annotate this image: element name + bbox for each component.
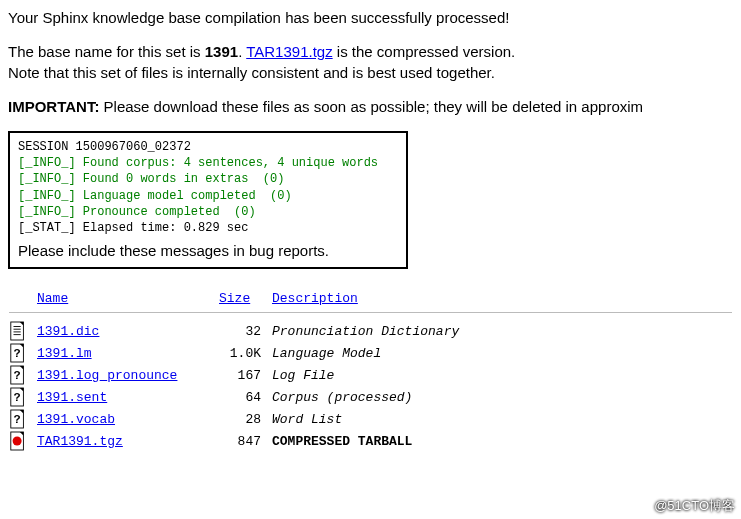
unknown-file-icon: ? <box>9 365 27 385</box>
file-link[interactable]: 1391.lm <box>37 346 92 361</box>
file-size: 1.0K <box>218 342 271 364</box>
file-link[interactable]: 1391.log_pronounce <box>37 368 177 383</box>
table-row: ?1391.sent64Corpus (processed) <box>8 386 733 408</box>
file-table: Name Size Description <box>8 287 733 320</box>
log-info-line: [_INFO_] Found corpus: 4 sentences, 4 un… <box>18 155 398 171</box>
file-size: 64 <box>218 386 271 408</box>
log-stat-line: [_STAT_] Elapsed time: 0.829 sec <box>18 220 398 236</box>
log-info-line: [_INFO_] Language model completed (0) <box>18 188 398 204</box>
file-description: Language Model <box>271 342 733 364</box>
important-text: Please download these files as soon as p… <box>99 98 643 115</box>
file-description: Pronunciation Dictionary <box>271 320 733 342</box>
file-description: Corpus (processed) <box>271 386 733 408</box>
base-name: 1391 <box>205 43 238 60</box>
important-line: IMPORTANT: Please download these files a… <box>8 97 733 117</box>
file-size: 32 <box>218 320 271 342</box>
tar-file-icon <box>9 431 27 451</box>
svg-text:?: ? <box>14 413 21 426</box>
table-row: 1391.dic32Pronunciation Dictionary <box>8 320 733 342</box>
consistency-note: Note that this set of files is internall… <box>8 64 495 81</box>
file-rows: 1391.dic32Pronunciation Dictionary?1391.… <box>8 320 733 452</box>
log-info-line: [_INFO_] Pronounce completed (0) <box>18 204 398 220</box>
base-period: . <box>238 43 246 60</box>
log-info-line: [_INFO_] Found 0 words in extras (0) <box>18 171 398 187</box>
header-name[interactable]: Name <box>37 291 68 306</box>
unknown-file-icon: ? <box>9 387 27 407</box>
text-file-icon <box>9 321 27 341</box>
svg-point-20 <box>13 437 22 446</box>
base-name-line: The base name for this set is 1391. TAR1… <box>8 42 733 83</box>
table-header-row: Name Size Description <box>8 287 733 307</box>
table-row: ?1391.log_pronounce167Log File <box>8 364 733 386</box>
file-link[interactable]: 1391.dic <box>37 324 99 339</box>
file-size: 28 <box>218 408 271 430</box>
file-link[interactable]: 1391.sent <box>37 390 107 405</box>
file-link[interactable]: 1391.vocab <box>37 412 115 427</box>
session-line: SESSION 1500967060_02372 <box>18 139 398 155</box>
header-rule <box>9 312 732 313</box>
header-description[interactable]: Description <box>272 291 358 306</box>
table-row: ?1391.lm1.0KLanguage Model <box>8 342 733 364</box>
include-message: Please include these messages in bug rep… <box>18 242 398 259</box>
file-size: 847 <box>218 430 271 452</box>
watermark: @51CTO博客 <box>654 497 735 515</box>
log-box: SESSION 1500967060_02372 [_INFO_] Found … <box>8 131 408 269</box>
header-size[interactable]: Size <box>219 291 250 306</box>
file-size: 167 <box>218 364 271 386</box>
svg-text:?: ? <box>14 369 21 382</box>
unknown-file-icon: ? <box>9 409 27 429</box>
svg-rect-0 <box>11 322 24 340</box>
svg-text:?: ? <box>14 347 21 360</box>
svg-text:?: ? <box>14 391 21 404</box>
unknown-file-icon: ? <box>9 343 27 363</box>
file-link[interactable]: TAR1391.tgz <box>37 434 123 449</box>
tar-suffix: is the compressed version. <box>333 43 516 60</box>
tar-link[interactable]: TAR1391.tgz <box>246 43 332 60</box>
important-label: IMPORTANT: <box>8 98 99 115</box>
success-message: Your Sphinx knowledge base compilation h… <box>8 8 733 28</box>
table-row: ?1391.vocab28Word List <box>8 408 733 430</box>
file-description: Word List <box>271 408 733 430</box>
file-description: Log File <box>271 364 733 386</box>
base-prefix: The base name for this set is <box>8 43 205 60</box>
file-description: COMPRESSED TARBALL <box>271 430 733 452</box>
table-row: TAR1391.tgz847COMPRESSED TARBALL <box>8 430 733 452</box>
